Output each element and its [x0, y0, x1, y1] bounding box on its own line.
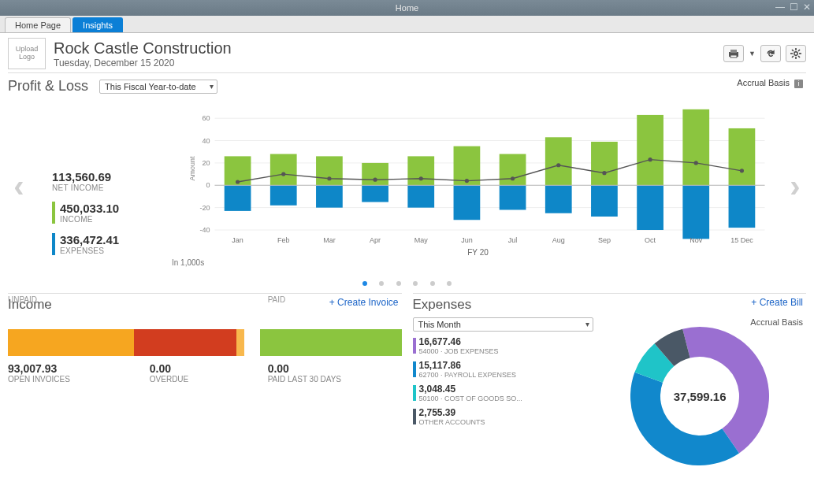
svg-text:May: May [414, 236, 429, 244]
company-name: Rock Castle Construction [54, 39, 232, 57]
overdue-bar[interactable] [134, 329, 236, 356]
unpaid-label: UNPAID [8, 295, 150, 304]
paid-bar[interactable] [260, 329, 402, 356]
svg-point-68 [511, 176, 515, 180]
expense-item-1[interactable]: 15,117.8662700 · PAYROLL EXPENSES [413, 360, 594, 379]
svg-point-70 [602, 171, 606, 175]
invoices-bar-tail [236, 329, 244, 356]
svg-rect-59 [729, 185, 756, 228]
dot-1[interactable] [362, 281, 367, 286]
upload-logo-button[interactable]: Upload Logo [8, 38, 46, 69]
chart-pagination-dots[interactable] [8, 277, 806, 288]
svg-rect-53 [637, 185, 663, 230]
svg-rect-38 [407, 185, 434, 207]
income-metric: 450,033.10 INCOME [52, 202, 172, 224]
tab-insights[interactable]: Insights [72, 17, 123, 32]
dot-6[interactable] [447, 281, 452, 286]
svg-rect-44 [500, 185, 526, 209]
gear-icon [790, 48, 801, 59]
expense-item-value: 16,677.46 [419, 336, 594, 347]
chart-next-button[interactable]: › [784, 99, 806, 272]
net-income-metric: 113,560.69 NET INCOME [52, 170, 172, 192]
period-dropdown[interactable]: This Fiscal Year-to-date [99, 80, 217, 94]
profit-loss-title: Profit & Loss [8, 78, 88, 94]
print-dropdown-icon[interactable]: ▼ [749, 50, 756, 57]
dot-5[interactable] [430, 281, 435, 286]
svg-text:Jul: Jul [508, 236, 518, 244]
svg-rect-46 [545, 137, 572, 185]
svg-point-62 [236, 180, 240, 183]
svg-text:-40: -40 [199, 226, 210, 234]
svg-line-8 [792, 50, 794, 51]
svg-point-66 [419, 176, 423, 180]
open-invoices-label: OPEN INVOICES [8, 375, 150, 384]
dot-2[interactable] [379, 281, 384, 286]
svg-line-9 [798, 56, 800, 57]
expense-item-0[interactable]: 16,677.4654000 · JOB EXPENSES [413, 336, 594, 355]
svg-text:Jan: Jan [232, 236, 243, 244]
svg-text:Feb: Feb [277, 236, 290, 244]
window-title: Home [396, 3, 418, 13]
svg-rect-47 [545, 185, 572, 213]
expense-item-desc: OTHER ACCOUNTS [419, 418, 594, 426]
print-button[interactable] [723, 45, 744, 62]
svg-rect-52 [637, 115, 663, 185]
svg-rect-35 [362, 185, 388, 202]
svg-text:Mar: Mar [323, 236, 336, 244]
expense-item-2[interactable]: 3,048.4550100 · COST OF GOODS SO... [413, 384, 594, 402]
expense-item-3[interactable]: 2,755.39OTHER ACCOUNTS [413, 407, 594, 426]
window-maximize-icon[interactable]: ☐ [790, 2, 798, 13]
svg-text:Nov: Nov [689, 236, 703, 244]
svg-rect-50 [591, 185, 618, 217]
info-icon[interactable]: i [794, 80, 803, 88]
refresh-button[interactable] [760, 45, 781, 62]
create-bill-link[interactable]: + Create Bill [751, 297, 803, 308]
svg-rect-49 [591, 142, 618, 185]
svg-text:20: 20 [202, 159, 210, 167]
svg-point-65 [373, 178, 377, 182]
expenses-title: Expenses [413, 297, 807, 313]
svg-line-11 [798, 50, 800, 51]
paid-label: PAID [268, 295, 402, 304]
chart-x-axis-label: FY 20 [172, 248, 784, 257]
window-minimize-icon[interactable]: — [775, 2, 785, 13]
window-close-icon[interactable]: ✕ [803, 2, 811, 13]
expense-item-desc: 62700 · PAYROLL EXPENSES [419, 371, 594, 379]
svg-text:Oct: Oct [645, 236, 656, 244]
svg-text:-20: -20 [199, 204, 210, 212]
svg-line-10 [792, 56, 794, 57]
svg-rect-2 [730, 55, 737, 57]
svg-rect-56 [682, 185, 709, 239]
overdue-label: OVERDUE [150, 375, 252, 384]
paid-last30-label: PAID LAST 30 DAYS [268, 375, 402, 384]
svg-rect-29 [270, 185, 297, 206]
dot-3[interactable] [396, 281, 401, 286]
svg-point-72 [694, 161, 698, 165]
svg-rect-31 [316, 156, 343, 185]
open-invoices-bar[interactable] [8, 329, 134, 356]
svg-text:Amount: Amount [188, 156, 196, 181]
accrual-basis-label[interactable]: Accrual Basis i [737, 78, 803, 88]
svg-rect-1 [730, 50, 737, 53]
chart-prev-button[interactable]: ‹ [8, 99, 30, 272]
expense-item-desc: 54000 · JOB EXPENSES [419, 347, 594, 355]
expenses-metric: 336,472.41 EXPENSES [52, 233, 172, 255]
expenses-period-dropdown[interactable]: This Month [413, 317, 594, 332]
svg-rect-28 [270, 154, 297, 186]
svg-point-71 [648, 158, 652, 161]
svg-text:40: 40 [202, 137, 210, 145]
dot-4[interactable] [413, 281, 418, 286]
profit-loss-chart: -40-200204060AmountJanFebMarAprMayJunJul… [172, 99, 784, 249]
overdue-value: 0.00 [150, 362, 252, 375]
expense-item-value: 2,755.39 [419, 407, 594, 418]
expense-item-desc: 50100 · COST OF GOODS SO... [419, 395, 594, 402]
svg-text:0: 0 [206, 181, 210, 189]
tab-home-page[interactable]: Home Page [5, 17, 71, 32]
settings-button[interactable] [786, 45, 806, 62]
window-titlebar: Home — ☐ ✕ [0, 0, 814, 16]
svg-rect-55 [682, 109, 709, 185]
svg-text:Jun: Jun [461, 236, 473, 244]
svg-point-67 [465, 179, 469, 183]
current-date: Tuesday, December 15 2020 [54, 57, 232, 69]
svg-rect-37 [407, 156, 434, 185]
